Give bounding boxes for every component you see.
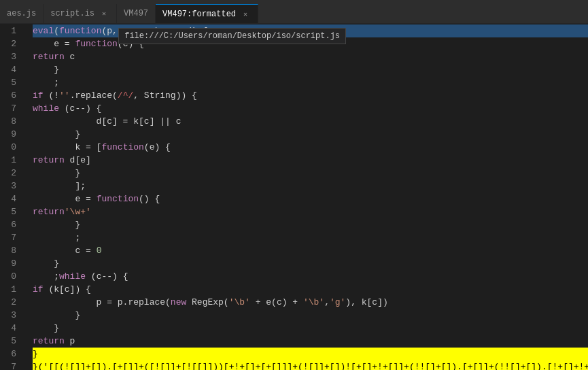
code-line: }('[[(![]]+[]).[+[]]+([![]]+[![[]]))[+!+… xyxy=(33,360,588,370)
code-line: } xyxy=(33,128,588,141)
line-number: 1 xyxy=(0,24,22,37)
code-line: ; xyxy=(33,231,588,244)
line-number: 0 xyxy=(0,270,22,283)
line-number: 7 xyxy=(0,102,22,115)
code-line: return p xyxy=(33,335,588,348)
code-line: k = [function(e) { xyxy=(33,141,588,154)
line-number: 6 xyxy=(0,218,22,231)
line-numbers: 123456789012345678901234567 xyxy=(0,24,27,370)
line-number: 6 xyxy=(0,89,22,102)
editor: 123456789012345678901234567 eval(functio… xyxy=(0,24,588,370)
line-number: 0 xyxy=(0,141,22,154)
line-number: 8 xyxy=(0,115,22,128)
code-line: } xyxy=(33,322,588,335)
line-number: 3 xyxy=(0,309,22,322)
code-line: while (c--) { xyxy=(33,102,588,115)
code-line: } xyxy=(33,257,588,270)
line-number: 4 xyxy=(0,322,22,335)
line-number: 6 xyxy=(0,348,22,360)
tab-vm497fmt[interactable]: VM497:formatted ✕ xyxy=(156,4,258,23)
code-line: return '\w+' xyxy=(33,205,588,218)
line-number: 5 xyxy=(0,205,22,218)
line-number: 2 xyxy=(0,296,22,309)
code-line: ; xyxy=(33,76,588,89)
line-number: 9 xyxy=(0,128,22,141)
code-line: if (!''.replace(/^/, String)) { xyxy=(33,89,588,102)
tab-aes[interactable]: aes.js xyxy=(0,4,44,23)
code-area[interactable]: eval(function(p, a, c, k, e, d) { e = fu… xyxy=(27,24,588,370)
code-line: return d[e] xyxy=(33,154,588,167)
code-line: } xyxy=(33,167,588,180)
line-number: 5 xyxy=(0,76,22,89)
code-line: p = p.replace(new RegExp('\b' + e(c) + '… xyxy=(33,296,588,309)
line-number: 1 xyxy=(0,154,22,167)
code-line: c = 0 xyxy=(33,244,588,257)
line-number: 1 xyxy=(0,283,22,296)
tab-tooltip: file:///C:/Users/roman/Desktop/iso/scrip… xyxy=(118,28,346,44)
tab-vm497[interactable]: VM497 xyxy=(117,4,156,23)
tab-script-label: script.is xyxy=(50,9,94,18)
code-line: ;while (c--) { xyxy=(33,270,588,283)
line-number: 7 xyxy=(0,231,22,244)
tab-bar: aes.js script.is ✕ file:///C:/Users/roma… xyxy=(0,0,588,24)
code-line: ]; xyxy=(33,180,588,192)
code-line: return c xyxy=(33,50,588,63)
tab-vm497fmt-label: VM497:formatted xyxy=(162,10,236,19)
line-number: 3 xyxy=(0,180,22,192)
code-line: } xyxy=(33,309,588,322)
code-line: d[c] = k[c] || c xyxy=(33,115,588,128)
line-number: 9 xyxy=(0,257,22,270)
tab-script[interactable]: script.is ✕ file:///C:/Users/roman/Deskt… xyxy=(44,4,117,23)
line-number: 4 xyxy=(0,63,22,76)
code-line: if (k[c]) { xyxy=(33,283,588,296)
line-number: 3 xyxy=(0,50,22,63)
tab-vm497-label: VM497 xyxy=(124,9,148,18)
code-line: } xyxy=(33,348,588,360)
line-number: 4 xyxy=(0,192,22,205)
tab-aes-label: aes.js xyxy=(7,9,36,18)
tab-vm497fmt-close[interactable]: ✕ xyxy=(240,9,251,20)
code-line: } xyxy=(33,63,588,76)
line-number: 8 xyxy=(0,244,22,257)
line-number: 5 xyxy=(0,335,22,348)
line-number: 7 xyxy=(0,360,22,370)
line-number: 2 xyxy=(0,167,22,180)
code-line: } xyxy=(33,218,588,231)
line-number: 2 xyxy=(0,37,22,50)
tab-script-close[interactable]: ✕ xyxy=(99,8,109,19)
code-line: e = function() { xyxy=(33,192,588,205)
